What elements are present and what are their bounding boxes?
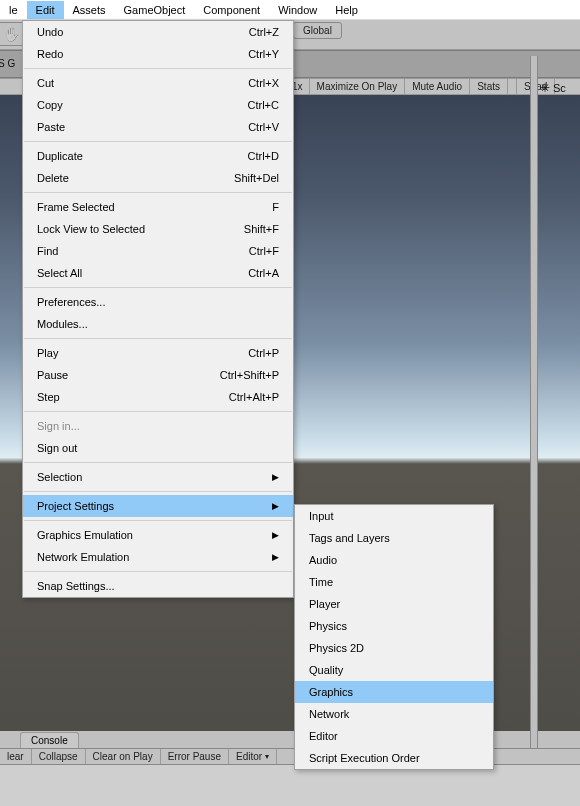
shortcut-label: Ctrl+P	[218, 347, 279, 359]
menu-item-label: Preferences...	[37, 296, 105, 308]
menu-item-modules[interactable]: Modules...	[23, 313, 293, 335]
menu-item-duplicate[interactable]: DuplicateCtrl+D	[23, 145, 293, 167]
submenu-item-quality[interactable]: Quality	[295, 659, 493, 681]
menu-item-preferences[interactable]: Preferences...	[23, 291, 293, 313]
menu-item-label: Selection	[37, 471, 82, 483]
menu-item-find[interactable]: FindCtrl+F	[23, 240, 293, 262]
submenu-item-label: Network	[309, 708, 349, 720]
shortcut-label: Ctrl+F	[219, 245, 279, 257]
menu-item-selection[interactable]: Selection▶	[23, 466, 293, 488]
menu-item-snap-settings[interactable]: Snap Settings...	[23, 575, 293, 597]
menu-item-label: Network Emulation	[37, 551, 129, 563]
menubar: le Edit Assets GameObject Component Wind…	[0, 0, 580, 20]
menu-item-pause[interactable]: PauseCtrl+Shift+P	[23, 364, 293, 386]
separator	[24, 571, 292, 572]
mute-audio-toggle[interactable]: Mute Audio	[405, 79, 470, 94]
menu-item-label: Select All	[37, 267, 82, 279]
shortcut-label: Ctrl+Y	[218, 48, 279, 60]
scene-tab-label: Sc	[553, 82, 566, 94]
submenu-item-player[interactable]: Player	[295, 593, 493, 615]
menu-item-select-all[interactable]: Select AllCtrl+A	[23, 262, 293, 284]
menu-item-label: Redo	[37, 48, 63, 60]
menu-item-label: Find	[37, 245, 58, 257]
menu-edit[interactable]: Edit	[27, 1, 64, 19]
menu-item-label: Project Settings	[37, 500, 114, 512]
menu-item-label: Duplicate	[37, 150, 83, 162]
maximize-on-play-toggle[interactable]: Maximize On Play	[310, 79, 406, 94]
separator	[24, 338, 292, 339]
menu-item-label: Sign out	[37, 442, 77, 454]
submenu-item-physics[interactable]: Physics	[295, 615, 493, 637]
menu-item-label: Snap Settings...	[37, 580, 115, 592]
menu-item-paste[interactable]: PasteCtrl+V	[23, 116, 293, 138]
menu-item-label: Delete	[37, 172, 69, 184]
submenu-item-label: Script Execution Order	[309, 752, 420, 764]
menu-file-partial[interactable]: le	[0, 1, 27, 19]
menu-item-frame-selected[interactable]: Frame SelectedF	[23, 196, 293, 218]
menu-gameobject[interactable]: GameObject	[115, 1, 195, 19]
submenu-arrow-icon: ▶	[242, 552, 279, 562]
menu-item-cut[interactable]: CutCtrl+X	[23, 72, 293, 94]
submenu-item-network[interactable]: Network	[295, 703, 493, 725]
scene-tab[interactable]: ✳ Sc	[540, 82, 566, 94]
menu-item-graphics-emulation[interactable]: Graphics Emulation▶	[23, 524, 293, 546]
stats-toggle[interactable]: Stats	[470, 79, 508, 94]
submenu-item-time[interactable]: Time	[295, 571, 493, 593]
submenu-item-audio[interactable]: Audio	[295, 549, 493, 571]
submenu-item-editor[interactable]: Editor	[295, 725, 493, 747]
separator	[24, 141, 292, 142]
shortcut-label: Ctrl+V	[218, 121, 279, 133]
scene-viewport[interactable]	[538, 95, 580, 731]
vertical-splitter[interactable]	[530, 56, 538, 806]
menu-item-play[interactable]: PlayCtrl+P	[23, 342, 293, 364]
menu-item-label: Modules...	[37, 318, 88, 330]
console-body[interactable]	[0, 765, 580, 806]
submenu-item-label: Player	[309, 598, 340, 610]
menu-item-project-settings[interactable]: Project Settings▶	[23, 495, 293, 517]
menu-item-network-emulation[interactable]: Network Emulation▶	[23, 546, 293, 568]
menu-item-copy[interactable]: CopyCtrl+C	[23, 94, 293, 116]
console-editor-dropdown[interactable]: Editor	[229, 749, 277, 764]
edit-dropdown: UndoCtrl+ZRedoCtrl+YCutCtrl+XCopyCtrl+CP…	[22, 20, 294, 598]
console-collapse-toggle[interactable]: Collapse	[32, 749, 86, 764]
menu-item-undo[interactable]: UndoCtrl+Z	[23, 21, 293, 43]
submenu-arrow-icon: ▶	[242, 472, 279, 482]
menu-assets[interactable]: Assets	[64, 1, 115, 19]
transform-global-button[interactable]: Global	[293, 22, 342, 39]
submenu-item-label: Graphics	[309, 686, 353, 698]
separator	[24, 192, 292, 193]
menu-item-label: Paste	[37, 121, 65, 133]
menu-item-label: Sign in...	[37, 420, 80, 432]
submenu-arrow-icon: ▶	[242, 530, 279, 540]
hand-tool-button[interactable]: ✋	[0, 22, 24, 46]
separator	[24, 68, 292, 69]
console-clear-button[interactable]: lear	[0, 749, 32, 764]
shortcut-label: Ctrl+Shift+P	[190, 369, 279, 381]
submenu-item-physics-2d[interactable]: Physics 2D	[295, 637, 493, 659]
separator	[24, 287, 292, 288]
submenu-item-script-execution-order[interactable]: Script Execution Order	[295, 747, 493, 769]
submenu-item-label: Quality	[309, 664, 343, 676]
hand-icon: ✋	[3, 26, 20, 42]
menu-component[interactable]: Component	[194, 1, 269, 19]
menu-item-step[interactable]: StepCtrl+Alt+P	[23, 386, 293, 408]
console-error-pause-toggle[interactable]: Error Pause	[161, 749, 229, 764]
submenu-item-label: Input	[309, 510, 333, 522]
shortcut-label: Ctrl+Z	[219, 26, 279, 38]
submenu-item-graphics[interactable]: Graphics	[295, 681, 493, 703]
menu-item-sign-out[interactable]: Sign out	[23, 437, 293, 459]
submenu-item-tags-and-layers[interactable]: Tags and Layers	[295, 527, 493, 549]
menu-item-lock-view-to-selected[interactable]: Lock View to SelectedShift+F	[23, 218, 293, 240]
left-panel-label-1: S G	[0, 58, 15, 69]
menu-item-label: Pause	[37, 369, 68, 381]
submenu-arrow-icon: ▶	[242, 501, 279, 511]
menu-help[interactable]: Help	[326, 1, 367, 19]
menu-window[interactable]: Window	[269, 1, 326, 19]
console-clear-on-play-toggle[interactable]: Clear on Play	[86, 749, 161, 764]
submenu-item-input[interactable]: Input	[295, 505, 493, 527]
shortcut-label: Ctrl+D	[218, 150, 279, 162]
submenu-item-label: Physics	[309, 620, 347, 632]
menu-item-redo[interactable]: RedoCtrl+Y	[23, 43, 293, 65]
menu-item-delete[interactable]: DeleteShift+Del	[23, 167, 293, 189]
console-tab[interactable]: Console	[20, 732, 79, 748]
